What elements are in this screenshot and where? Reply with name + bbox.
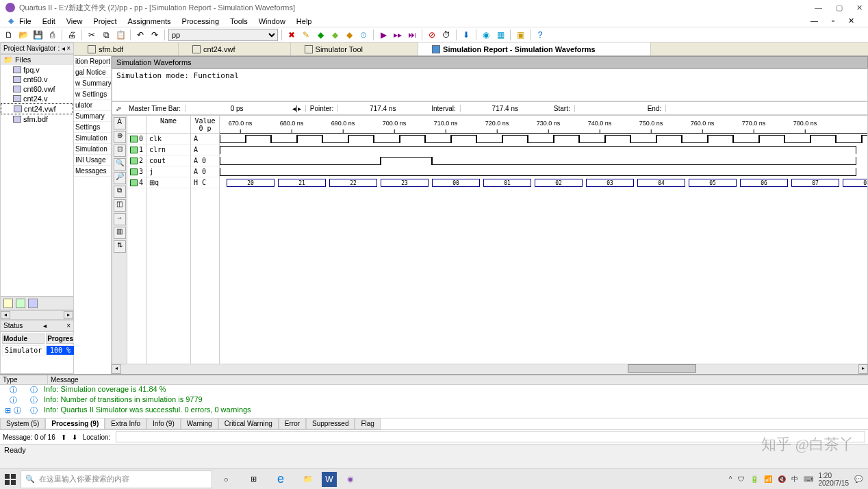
message-row[interactable]: ⓘⓘInfo: Simulation coverage is 41.84 % [0, 385, 868, 395]
new-file-icon[interactable]: 🗋 [3, 29, 15, 41]
security-icon[interactable]: 🛡 [738, 475, 745, 483]
battery-icon[interactable]: 🔋 [750, 475, 758, 483]
paste-icon[interactable]: 📋 [114, 29, 127, 41]
find-icon[interactable]: 🔎 [114, 172, 126, 184]
report-item[interactable]: Settings [74, 122, 111, 133]
menu-project[interactable]: Project [88, 17, 122, 25]
cut-icon[interactable]: ✂ [86, 29, 98, 41]
document-tab[interactable]: Simulator Tool [291, 42, 419, 55]
edge-icon[interactable]: e [267, 470, 294, 489]
menu-help[interactable]: Help [291, 17, 318, 25]
open-file-icon[interactable]: 📂 [17, 29, 29, 41]
menu-view[interactable]: View [61, 17, 88, 25]
compile-icon[interactable]: ◆ [314, 29, 327, 41]
signal-pin[interactable]: 1 [127, 145, 146, 155]
report-item[interactable]: w Summary [74, 78, 111, 89]
stop-icon[interactable]: ✖ [285, 29, 298, 41]
message-tab[interactable]: Suppressed [306, 418, 355, 429]
report-item[interactable]: Summary [74, 111, 111, 122]
wifi-icon[interactable]: 📶 [764, 475, 772, 483]
signal-pin[interactable]: 0 [127, 134, 146, 145]
file-item[interactable]: cnt60.v [1, 75, 73, 84]
pin-icon[interactable]: ◂ [62, 45, 65, 52]
report-item[interactable]: INI Usage [74, 155, 111, 166]
file-item[interactable]: cnt24.v [1, 94, 73, 103]
report-item[interactable]: ulator [74, 100, 111, 111]
report-item[interactable]: gal Notice [74, 67, 111, 78]
signal-pin[interactable]: 2 [127, 155, 146, 166]
signal-name[interactable]: clk [146, 134, 190, 145]
message-tab[interactable]: Info (9) [146, 418, 181, 429]
menu-processing[interactable]: Processing [177, 17, 225, 25]
report-item[interactable]: Simulation [74, 144, 111, 155]
signal-pin[interactable]: 3 [127, 166, 146, 177]
expand-tool-icon[interactable]: ▥ [114, 227, 126, 239]
explorer-icon[interactable]: 📁 [294, 470, 322, 489]
notifications-icon[interactable]: 💬 [854, 475, 863, 483]
tray-up-icon[interactable]: ^ [729, 475, 732, 483]
signal-name[interactable]: clrn [146, 145, 190, 155]
clock[interactable]: 1:202020/7/15 [819, 472, 850, 487]
undo-icon[interactable]: ↶ [134, 29, 146, 41]
master-spin[interactable]: ◂|▸ [288, 105, 306, 112]
menu-file[interactable]: File [14, 17, 37, 25]
pointer-tool-icon[interactable]: ⬀ [112, 105, 125, 112]
nav-scrollbar[interactable]: ◂▸ [0, 310, 74, 320]
maximize-button[interactable]: ▢ [836, 3, 843, 12]
message-tab[interactable]: Processing (9) [45, 418, 105, 429]
minimize-button[interactable]: — [815, 3, 822, 12]
save-icon[interactable]: 💾 [31, 29, 44, 41]
close-button[interactable]: ✕ [856, 3, 863, 12]
taskbar-search[interactable]: 🔍 在这里输入你要搜索的内容 [21, 471, 212, 488]
menu-tools[interactable]: Tools [225, 17, 253, 25]
play-to-icon[interactable]: ▸▸ [392, 29, 404, 41]
location-input[interactable] [116, 431, 865, 442]
text-tool-icon[interactable]: A [114, 117, 126, 129]
copy-icon[interactable]: ⧉ [100, 29, 112, 41]
report-item[interactable]: Messages [74, 166, 111, 177]
interval-input[interactable] [461, 105, 550, 112]
signal-icon[interactable]: ◉ [480, 29, 492, 41]
document-tab[interactable]: cnt24.vwf [179, 42, 290, 55]
message-tab[interactable]: System (5) [0, 418, 45, 429]
word-icon[interactable]: W [322, 472, 337, 487]
pin-icon[interactable]: ◂ [43, 322, 47, 329]
report-item[interactable]: ition Report [74, 56, 111, 67]
menu-edit[interactable]: Edit [37, 17, 61, 25]
signal-name[interactable]: ⊞ q [146, 177, 190, 188]
message-row[interactable]: ⊞ ⓘⓘInfo: Quartus II Simulator was succe… [0, 405, 868, 416]
message-tab[interactable]: Error [279, 418, 306, 429]
prev-message-icon[interactable]: ⬆ [61, 434, 66, 441]
sort-tool-icon[interactable]: ⇅ [114, 240, 126, 253]
close-panel-icon[interactable]: × [66, 45, 71, 52]
message-tab[interactable]: Critical Warning [218, 418, 279, 429]
signal-pin[interactable]: 4 [127, 177, 146, 188]
step-icon[interactable]: ⏭ [406, 29, 418, 41]
cortana-icon[interactable]: ○ [212, 470, 240, 489]
program-icon[interactable]: ⬇ [460, 29, 472, 41]
waveform-scrollbar[interactable]: ◂ ▸ [112, 364, 868, 374]
file-item[interactable]: fpq.v [1, 65, 73, 75]
timing-icon[interactable]: ⊙ [357, 29, 370, 41]
window-icon[interactable]: ▣ [514, 29, 526, 41]
print-icon[interactable]: 🖨 [66, 29, 78, 41]
pointer-input[interactable] [338, 105, 427, 112]
end-input[interactable] [666, 105, 735, 112]
signal-name[interactable]: cout [146, 155, 190, 166]
chip-icon[interactable]: ▦ [494, 29, 507, 41]
file-item[interactable]: cnt60.vwf [1, 84, 73, 94]
file-item[interactable]: cnt24.vwf [1, 103, 73, 114]
play-icon[interactable]: ▶ [377, 29, 390, 41]
save-all-icon[interactable]: ⎙ [46, 29, 58, 41]
message-tab[interactable]: Extra Info [105, 418, 146, 429]
close-status-icon[interactable]: × [66, 322, 71, 329]
master-time-input[interactable] [186, 105, 288, 112]
signal-name[interactable]: j [146, 166, 190, 177]
ime-icon[interactable]: 中 [791, 475, 798, 484]
zoom-icon[interactable]: ⊕ [114, 131, 126, 143]
quartus-task-icon[interactable]: ◉ [337, 470, 364, 489]
keyboard-icon[interactable]: ⌨ [804, 475, 813, 483]
hierarchy-tab-icon[interactable] [3, 299, 13, 308]
file-item[interactable]: sfm.bdf [1, 114, 73, 124]
volume-icon[interactable]: 🔇 [778, 475, 786, 483]
